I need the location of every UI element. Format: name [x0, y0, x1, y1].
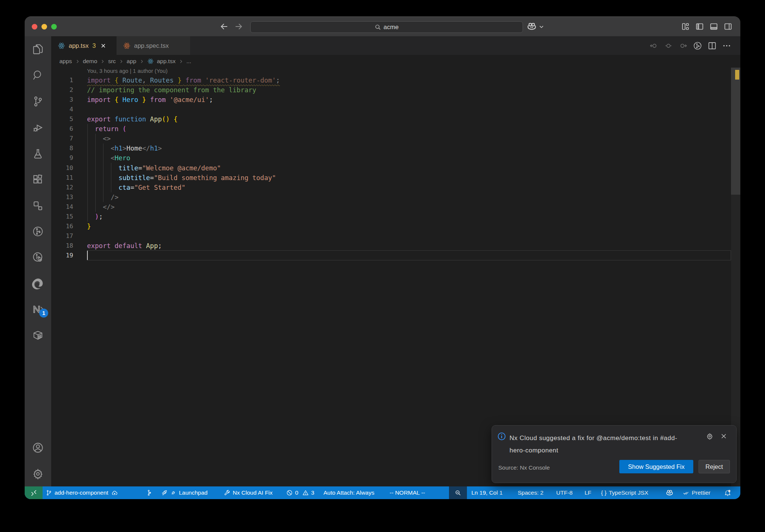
- testing-icon[interactable]: [25, 145, 51, 163]
- tab-app-spec-tsx[interactable]: app.spec.tsx: [117, 36, 191, 55]
- navigate-forward-icon[interactable]: [234, 22, 244, 31]
- notification-settings-gear-icon[interactable]: [706, 433, 713, 440]
- breadcrumb-ellipsis[interactable]: ...: [186, 58, 191, 65]
- git-branch-status[interactable]: add-hero-component: [46, 486, 118, 499]
- code-text: return (: [87, 124, 126, 134]
- zoom-status[interactable]: [449, 486, 467, 499]
- eol-status[interactable]: LF: [585, 486, 591, 499]
- indentation-status[interactable]: Spaces: 2: [518, 486, 543, 499]
- toggle-panel-icon[interactable]: [709, 22, 718, 31]
- copilot-status[interactable]: [666, 486, 673, 499]
- search-value: acme: [384, 24, 399, 31]
- notifications-bell[interactable]: [724, 486, 731, 499]
- code-line[interactable]: 1import { Route, Routes } from 'react-ro…: [51, 75, 740, 85]
- code-line[interactable]: 11 subtitle="Build something amazing tod…: [51, 173, 740, 183]
- git-branch-icon: [46, 489, 52, 496]
- vim-mode-status[interactable]: -- NORMAL --: [390, 486, 425, 499]
- line-number: 11: [51, 173, 73, 183]
- toggle-secondary-sidebar-icon[interactable]: [724, 22, 733, 31]
- scrollbar-thumb[interactable]: [731, 68, 740, 195]
- code-line[interactable]: 18export default App;: [51, 241, 740, 251]
- code-editor[interactable]: You, 3 hours ago | 1 author (You) 1impor…: [51, 68, 740, 486]
- formatter-status[interactable]: Prettier: [683, 486, 710, 499]
- split-editor-icon[interactable]: [707, 41, 717, 50]
- code-text: <h1>Home</h1>: [87, 143, 162, 153]
- copilot-menu-button[interactable]: [527, 22, 544, 32]
- code-text: }: [87, 222, 91, 231]
- code-line[interactable]: 12 cta="Get Started": [51, 183, 740, 192]
- code-line[interactable]: 7 <>: [51, 134, 740, 143]
- code-line[interactable]: 3import { Hero } from '@acme/ui';: [51, 95, 740, 105]
- gitlens-graph-icon[interactable]: [693, 41, 702, 50]
- maximize-window-button[interactable]: [51, 24, 57, 30]
- code-line[interactable]: 8 <h1>Home</h1>: [51, 143, 740, 153]
- errors-icon: [286, 489, 293, 496]
- tab-app-tsx[interactable]: app.tsx 3: [51, 36, 117, 55]
- annotation-current-icon[interactable]: [664, 41, 673, 50]
- rocket-icon: [161, 489, 168, 496]
- close-window-button[interactable]: [32, 24, 37, 30]
- breadcrumb: apps demo src app app.tsx ...: [51, 55, 740, 68]
- edge-browser-icon: [32, 277, 44, 290]
- chevron-right-icon: [100, 59, 105, 64]
- reject-button[interactable]: Reject: [699, 460, 730, 473]
- settings-gear-icon[interactable]: [25, 465, 51, 483]
- breadcrumb-item[interactable]: demo: [83, 58, 97, 65]
- remote-indicator[interactable]: [25, 486, 43, 499]
- code-line[interactable]: 17: [51, 231, 740, 241]
- edge-browser-icon[interactable]: [25, 274, 51, 292]
- code-line[interactable]: 13 />: [51, 192, 740, 202]
- title-bar: acme: [25, 17, 740, 36]
- gitlens-icon[interactable]: [25, 222, 51, 240]
- toggle-primary-sidebar-icon[interactable]: [695, 22, 704, 31]
- command-center-search[interactable]: acme: [250, 21, 523, 33]
- code-line[interactable]: 4: [51, 105, 740, 114]
- code-line[interactable]: 10 title="Welcmoe @acme/demo": [51, 163, 740, 173]
- code-line[interactable]: 6 return (: [51, 124, 740, 134]
- code-line[interactable]: 14 </>: [51, 202, 740, 212]
- problems-status[interactable]: 0 3: [286, 486, 314, 499]
- breadcrumb-item[interactable]: app: [127, 58, 136, 65]
- breadcrumb-item[interactable]: app.tsx: [157, 58, 176, 65]
- source-control-graph-status[interactable]: [146, 486, 153, 499]
- gitlens-inspect-icon[interactable]: [25, 248, 51, 266]
- language-mode-status[interactable]: { } TypeScript JSX: [601, 486, 648, 499]
- code-line[interactable]: 5export function App() {: [51, 114, 740, 124]
- annotation-back-icon[interactable]: [649, 41, 659, 50]
- more-actions-icon[interactable]: [722, 41, 731, 50]
- breadcrumb-item[interactable]: apps: [59, 58, 72, 65]
- launchpad-status[interactable]: Launchpad: [161, 486, 208, 499]
- code-text: export default App;: [87, 241, 162, 251]
- code-line[interactable]: 16}: [51, 222, 740, 231]
- nx-cloud-fix-status[interactable]: Nx Cloud AI Fix: [224, 486, 273, 499]
- customize-layout-icon[interactable]: [681, 22, 690, 31]
- search-icon[interactable]: [25, 66, 51, 84]
- containers-icon[interactable]: [25, 326, 51, 344]
- scrollbar-track[interactable]: [731, 68, 740, 486]
- code-line[interactable]: 15 );: [51, 212, 740, 222]
- code-text: />: [87, 192, 118, 202]
- close-tab-icon[interactable]: [100, 43, 106, 49]
- minimize-window-button[interactable]: [41, 24, 47, 30]
- accounts-icon[interactable]: [25, 439, 51, 457]
- extensions-icon[interactable]: [25, 170, 51, 188]
- project-graph-icon[interactable]: [25, 197, 51, 214]
- encoding-status[interactable]: UTF-8: [556, 486, 573, 499]
- line-number: 15: [51, 212, 73, 222]
- show-suggested-fix-button[interactable]: Show Suggested Fix: [619, 460, 693, 473]
- annotation-forward-icon[interactable]: [678, 41, 688, 50]
- source-control-icon[interactable]: [25, 92, 51, 110]
- code-line[interactable]: 9 <Hero: [51, 153, 740, 163]
- status-bar: add-hero-component Launchpad Nx Cloud AI…: [25, 486, 740, 499]
- nx-console-icon[interactable]: 1: [25, 300, 51, 318]
- notification-close-icon[interactable]: [721, 433, 727, 439]
- code-line[interactable]: 2// importing the component from the lib…: [51, 85, 740, 95]
- navigate-back-icon[interactable]: [219, 22, 229, 31]
- breadcrumb-item[interactable]: src: [108, 58, 116, 65]
- testing-icon: [32, 148, 44, 160]
- run-debug-icon[interactable]: [25, 118, 51, 136]
- auto-attach-status[interactable]: Auto Attach: Always: [323, 486, 374, 499]
- explorer-icon[interactable]: [25, 40, 51, 58]
- cursor-position-status[interactable]: Ln 19, Col 1: [471, 486, 503, 499]
- code-line[interactable]: 19: [51, 251, 740, 260]
